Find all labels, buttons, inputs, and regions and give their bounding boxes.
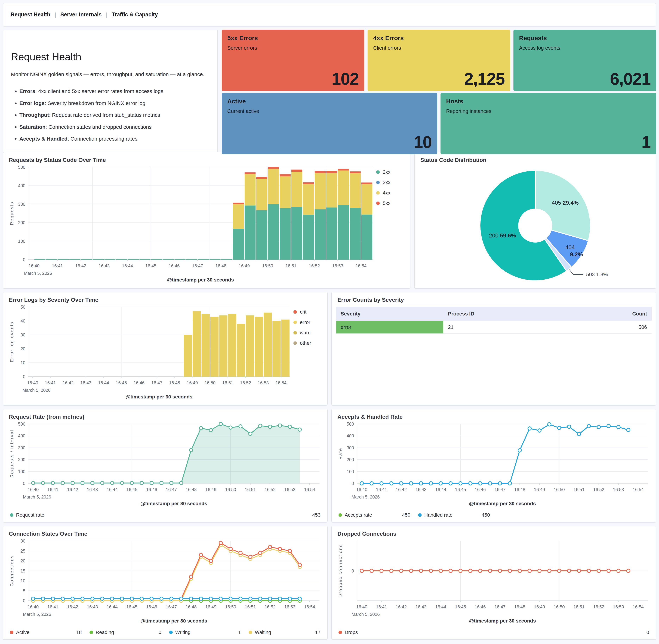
- column-header-process-id[interactable]: Process ID: [443, 307, 582, 321]
- legend-item-3xx[interactable]: 3xx: [376, 180, 406, 185]
- chart-legend: Active18Reading0Writing1Waiting17: [7, 627, 323, 637]
- legend-item-active[interactable]: Active18: [10, 629, 82, 635]
- panel-dropped-connections: Dropped Connections 016:4016:4116:4216:4…: [332, 526, 656, 640]
- legend-dot-icon: [293, 331, 297, 335]
- nav-link-request-health[interactable]: Request Health: [10, 12, 50, 18]
- legend-dot-icon: [339, 630, 342, 634]
- svg-text:16:40: 16:40: [28, 487, 39, 492]
- svg-text:16:45: 16:45: [116, 380, 127, 385]
- svg-text:16:40: 16:40: [28, 604, 39, 609]
- tile-value: 6,021: [610, 69, 651, 89]
- request-rate-chart: 010020030040050016:4016:4116:4216:4316:4…: [7, 421, 323, 509]
- legend-dot-icon: [293, 341, 297, 345]
- error-counts-table: Severity Process ID Count error 21 506: [336, 307, 652, 334]
- legend-item-waiting[interactable]: Waiting17: [249, 629, 320, 635]
- panel-requests-by-status: Requests by Status Code Over Time 010020…: [3, 152, 410, 289]
- svg-text:March 5, 2026: March 5, 2026: [351, 612, 380, 617]
- tile-value: 10: [413, 133, 432, 152]
- legend-item-accepts-rate[interactable]: Accepts rate450: [339, 512, 410, 518]
- svg-text:16:52: 16:52: [593, 604, 605, 609]
- legend-value: 453: [312, 512, 320, 518]
- legend-item-4xx[interactable]: 4xx: [376, 190, 406, 196]
- svg-text:25: 25: [20, 549, 25, 553]
- svg-text:16:44: 16:44: [435, 604, 446, 609]
- legend-dot-icon: [169, 630, 173, 634]
- svg-text:March 5, 2026: March 5, 2026: [24, 271, 52, 276]
- legend-item-other[interactable]: other: [293, 340, 323, 346]
- svg-text:March 5, 2026: March 5, 2026: [22, 388, 50, 393]
- svg-text:10: 10: [20, 360, 25, 365]
- svg-text:16:50: 16:50: [262, 263, 273, 268]
- svg-text:0: 0: [351, 481, 354, 486]
- legend-label: 5xx: [383, 201, 390, 206]
- metric-tile-4xx-errors: 4xx Errors Client errors 2,125: [368, 29, 510, 91]
- panel-title: Error Logs by Severity Over Time: [9, 297, 322, 303]
- legend-item-5xx[interactable]: 5xx: [376, 201, 406, 206]
- legend-item-crit[interactable]: crit: [293, 309, 323, 315]
- svg-text:500: 500: [18, 165, 25, 170]
- nav-link-traffic-capacity[interactable]: Traffic & Capacity: [112, 12, 158, 18]
- tile-value: 102: [332, 69, 359, 89]
- legend-label: 2xx: [383, 169, 390, 175]
- svg-text:16:49: 16:49: [239, 263, 250, 268]
- svg-text:16:53: 16:53: [613, 604, 624, 609]
- svg-text:100: 100: [18, 469, 25, 474]
- svg-text:405 29.4%: 405 29.4%: [552, 200, 578, 206]
- tile-subtitle: Client errors: [373, 45, 505, 51]
- intro-bullet: Error logs: Severity breakdown from NGIN…: [19, 99, 210, 107]
- legend-item-error[interactable]: error: [293, 320, 323, 325]
- legend-value: 450: [482, 512, 490, 518]
- column-header-count[interactable]: Count: [582, 307, 652, 321]
- svg-text:16:44: 16:44: [107, 487, 118, 492]
- legend-item-2xx[interactable]: 2xx: [376, 169, 406, 175]
- svg-text:16:42: 16:42: [67, 604, 78, 609]
- svg-text:200: 200: [18, 457, 25, 462]
- svg-text:16:43: 16:43: [87, 604, 98, 609]
- svg-text:16:47: 16:47: [166, 487, 177, 492]
- svg-text:200: 200: [347, 457, 354, 462]
- chart-legend: criterrorwarnother: [293, 304, 323, 403]
- legend-label: Waiting: [255, 629, 271, 635]
- legend-dot-icon: [249, 630, 252, 634]
- svg-text:16:40: 16:40: [356, 487, 367, 492]
- dashboard-nav: Request Health | Server Internals | Traf…: [3, 3, 656, 26]
- svg-text:50: 50: [20, 304, 25, 309]
- svg-text:16:53: 16:53: [258, 380, 269, 385]
- legend-item-request-rate[interactable]: Request rate453: [10, 512, 320, 518]
- svg-text:16:47: 16:47: [192, 263, 203, 268]
- svg-text:16:51: 16:51: [573, 604, 585, 609]
- svg-text:16:54: 16:54: [356, 263, 367, 268]
- panel-title: Dropped Connections: [337, 531, 650, 537]
- legend-item-handled-rate[interactable]: Handled rate450: [418, 512, 490, 518]
- svg-text:16:49: 16:49: [205, 487, 217, 492]
- column-header-severity[interactable]: Severity: [336, 307, 443, 321]
- chart-legend: Request rate453: [7, 509, 323, 520]
- svg-text:16:43: 16:43: [87, 487, 98, 492]
- page-title: Request Health: [11, 51, 210, 63]
- legend-dot-icon: [10, 513, 14, 517]
- nav-link-server-internals[interactable]: Server Internals: [61, 12, 102, 18]
- svg-text:16:41: 16:41: [376, 604, 387, 609]
- chart-legend: Drops0: [336, 627, 652, 637]
- svg-text:500: 500: [18, 421, 25, 427]
- legend-item-warn[interactable]: warn: [293, 330, 323, 336]
- svg-text:16:42: 16:42: [75, 263, 86, 268]
- svg-text:16:48: 16:48: [185, 604, 197, 609]
- intro-description: Monitor NGINX golden signals — errors, t…: [11, 70, 210, 78]
- intro-bullet: Errors: 4xx client and 5xx server error …: [19, 87, 210, 95]
- legend-item-reading[interactable]: Reading0: [90, 629, 161, 635]
- svg-text:16:50: 16:50: [554, 487, 565, 492]
- table-header-row: Severity Process ID Count: [336, 307, 652, 321]
- svg-text:16:52: 16:52: [265, 487, 276, 492]
- legend-value: 450: [402, 512, 410, 518]
- svg-text:16:52: 16:52: [593, 487, 605, 492]
- svg-text:16:42: 16:42: [396, 487, 407, 492]
- svg-text:March 5, 2026: March 5, 2026: [23, 495, 51, 499]
- legend-item-drops[interactable]: Drops0: [339, 629, 649, 635]
- legend-dot-icon: [339, 513, 342, 517]
- svg-text:30: 30: [20, 538, 25, 544]
- legend-value: 17: [315, 629, 320, 635]
- svg-text:16:51: 16:51: [286, 263, 297, 268]
- legend-item-writing[interactable]: Writing1: [169, 629, 241, 635]
- svg-text:16:44: 16:44: [122, 263, 133, 268]
